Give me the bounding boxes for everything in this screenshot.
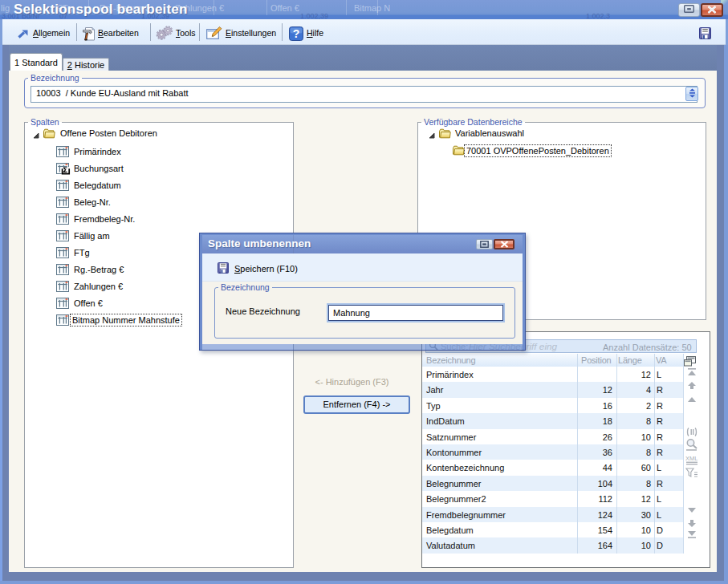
svg-text:XML: XML (685, 455, 697, 462)
svg-text:?: ? (293, 27, 300, 40)
